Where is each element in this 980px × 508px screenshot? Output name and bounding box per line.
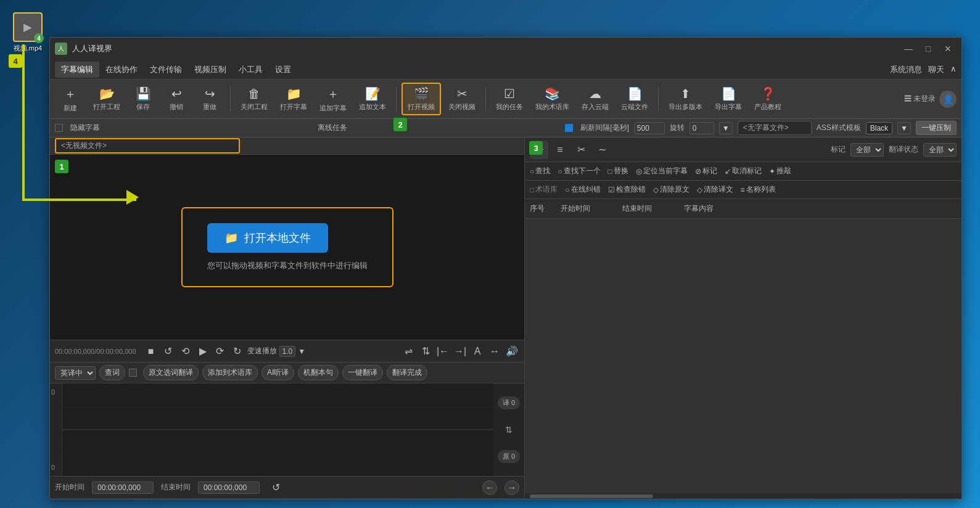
action-name-list[interactable]: ≡ 名称列表 <box>741 184 776 195</box>
action-replace[interactable]: □ 替换 <box>608 166 628 176</box>
menu-settings[interactable]: 设置 <box>269 62 297 78</box>
rotate-label: 旋转 <box>670 123 685 133</box>
forward-5s-btn[interactable]: ⟳ <box>213 344 228 359</box>
toolbar-tutorial[interactable]: ❓ 产品教程 <box>749 84 786 114</box>
speed-dropdown[interactable]: ▼ <box>298 347 305 356</box>
toolbar-open-project[interactable]: 📂 打开工程 <box>88 84 125 114</box>
toolbar-append-text[interactable]: 📝 追加文本 <box>354 84 391 114</box>
trans-state-select[interactable]: 全部 <box>923 143 957 157</box>
play-btn[interactable]: ▶ <box>196 344 210 359</box>
right-scrollbar[interactable] <box>525 493 961 499</box>
action-clear-translation[interactable]: ◇ 清除译文 <box>697 184 733 195</box>
rotate-input[interactable] <box>690 122 714 134</box>
next-subtitle-btn[interactable]: → <box>504 480 519 495</box>
original-select-cb[interactable] <box>129 369 137 377</box>
toolbar-close-video[interactable]: ✂ 关闭视频 <box>443 84 480 114</box>
stop-btn[interactable]: ■ <box>144 344 159 359</box>
toolbar-export-multi[interactable]: ⬆ 导出多版本 <box>664 84 707 114</box>
swap-icon[interactable]: ⇅ <box>505 425 513 435</box>
ai-listen-btn[interactable]: AI听译 <box>261 365 294 380</box>
tutorial-label: 产品教程 <box>754 102 781 112</box>
machine-trans-btn[interactable]: 机翻本句 <box>298 365 339 380</box>
close-button[interactable]: ✕ <box>939 43 957 55</box>
reset-time-btn[interactable]: ↺ <box>272 481 280 493</box>
desktop-icon-video[interactable]: 4 视频.mp4 <box>6 12 49 53</box>
dict-lookup-btn[interactable]: 查词 <box>99 365 125 380</box>
menu-online-collab[interactable]: 在线协作 <box>99 62 144 78</box>
refresh-interval-input[interactable] <box>634 122 665 134</box>
action-online-correct[interactable]: ○ 在线纠错 <box>565 184 600 195</box>
align-btn[interactable]: ⇌ <box>401 344 416 359</box>
expand-icon[interactable]: ∧ <box>950 64 957 75</box>
action-review[interactable]: ✦ 推敲 <box>769 166 791 176</box>
toolbar-my-tasks[interactable]: ☑ 我的任务 <box>491 84 528 114</box>
minimize-button[interactable]: — <box>900 43 917 55</box>
start-time-input[interactable] <box>92 481 154 494</box>
user-avatar[interactable]: 👤 <box>939 91 957 108</box>
back-5s-btn[interactable]: ⟲ <box>178 344 193 359</box>
rotate-dropdown[interactable]: ▼ <box>719 122 733 134</box>
toolbar-undo[interactable]: ↩ 撤销 <box>161 84 192 114</box>
action-locate[interactable]: ◎ 定位当前字幕 <box>636 166 688 176</box>
toolbar-open-video[interactable]: 🎬 打开视频 <box>401 83 441 115</box>
menu-video-compress[interactable]: 视频压制 <box>188 62 233 78</box>
action-unmark[interactable]: ↙ 取消标记 <box>725 166 762 176</box>
ass-dropdown-btn[interactable]: ▼ <box>897 122 911 134</box>
export-subtitle-icon: 📄 <box>721 86 736 101</box>
menu-tools[interactable]: 小工具 <box>233 62 269 78</box>
action-check-errors[interactable]: ☑ 检查除错 <box>608 184 646 195</box>
action-mark[interactable]: ⊘ 标记 <box>695 166 717 176</box>
open-local-file-btn[interactable]: 📁 打开本地文件 <box>207 223 328 253</box>
lang-select[interactable]: 英译中 <box>55 366 96 380</box>
toolbar-redo[interactable]: ↪ 重做 <box>194 84 225 114</box>
chat[interactable]: 聊天 <box>928 64 944 75</box>
right-tool-cut[interactable]: ✂ <box>572 141 590 159</box>
toolbar-open-subtitle[interactable]: 📁 打开字幕 <box>275 84 312 114</box>
toolbar-cloud-files[interactable]: 📄 云端文件 <box>616 84 653 114</box>
speed-value[interactable]: 1.0 <box>279 346 296 357</box>
right-tool-wave[interactable]: ∼ <box>593 141 611 159</box>
scrollbar-thumb[interactable] <box>530 494 653 498</box>
waveform-canvas[interactable] <box>62 383 493 476</box>
mark-select[interactable]: 全部 <box>850 143 884 157</box>
rewind-btn[interactable]: ↺ <box>161 344 176 359</box>
font-btn[interactable]: A <box>470 344 485 359</box>
sync-btn[interactable]: ⇅ <box>418 344 433 359</box>
toolbar-upload-cloud[interactable]: ☁ 存入云端 <box>577 84 614 114</box>
prev-subtitle-btn[interactable]: ← <box>482 480 497 495</box>
loop-btn[interactable]: ↻ <box>230 344 245 359</box>
maximize-button[interactable]: □ <box>920 43 937 55</box>
volume-btn[interactable]: 🔊 <box>504 344 519 359</box>
action-search[interactable]: ○ 查找 <box>530 166 550 176</box>
right-tool-list[interactable]: ≡ <box>551 141 569 159</box>
add-terminology-btn[interactable]: 添加到术语库 <box>202 365 258 380</box>
user-login-status[interactable]: ☰ 未登录 <box>904 94 936 104</box>
toolbar-save[interactable]: 💾 保存 <box>128 84 159 114</box>
menu-subtitle-edit[interactable]: 字幕编辑 <box>55 62 99 78</box>
trans-complete-btn[interactable]: 翻译完成 <box>387 365 427 380</box>
one-key-compress-btn[interactable]: 一键压制 <box>916 121 957 135</box>
video-file-box[interactable]: <无视频文件> <box>55 138 240 154</box>
action-terminology[interactable]: □ 术语库 <box>530 184 558 195</box>
menu-file-transfer[interactable]: 文件传输 <box>144 62 188 78</box>
table-body[interactable] <box>525 219 961 493</box>
toolbar-close-project[interactable]: 🗑 关闭工程 <box>236 84 273 114</box>
stretch-btn[interactable]: ↔ <box>487 344 502 359</box>
one-key-trans-btn[interactable]: 一键翻译 <box>342 365 383 380</box>
action-search-next[interactable]: ○ 查找下一个 <box>558 166 600 176</box>
system-messages[interactable]: 系统消息 <box>890 64 922 75</box>
hide-subtitle-checkbox[interactable] <box>55 124 63 132</box>
ass-dropdown[interactable]: Black <box>866 122 892 134</box>
subtitle-file-box[interactable]: <无字幕文件> <box>738 121 812 135</box>
end-time-input[interactable] <box>198 481 260 494</box>
toolbar-append-subtitle[interactable]: ＋ 追加字幕 <box>315 83 352 115</box>
action-clear-original[interactable]: ◇ 清除原文 <box>653 184 690 195</box>
original-select-btn[interactable]: 原文选词翻译 <box>143 365 199 380</box>
toolbar-terminology[interactable]: 📚 我的术语库 <box>530 84 574 114</box>
toolbar-new[interactable]: ＋ 新建 <box>55 83 86 115</box>
video-file-row: <无视频文件> <box>50 137 524 155</box>
toolbar-export-subtitle[interactable]: 📄 导出字幕 <box>710 84 747 114</box>
mark-in-btn[interactable]: |← <box>435 344 450 359</box>
mark-out-btn[interactable]: →| <box>453 344 467 359</box>
refresh-checkbox[interactable] <box>565 124 573 132</box>
